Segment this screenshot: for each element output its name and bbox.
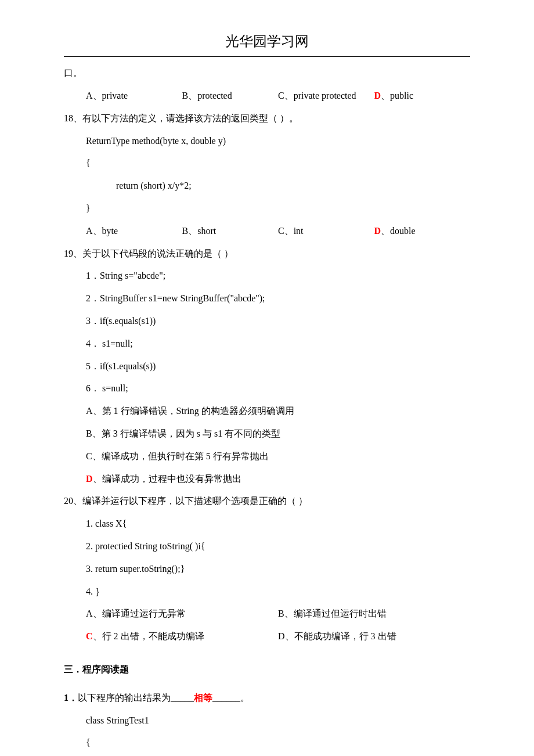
- q19-option-c: C、编译成功，但执行时在第 5 行有异常抛出: [64, 448, 470, 465]
- p1-answer: 相等: [194, 693, 212, 703]
- q18-code-3: return (short) x/y*2;: [64, 178, 470, 195]
- q20-code-3: 3. return super.toString();}: [64, 561, 470, 578]
- q19-code-5: 5．if(s1.equals(s)): [64, 358, 470, 375]
- q17-option-a: A、private: [86, 88, 182, 105]
- q20-code-4: 4. ｝: [64, 584, 470, 600]
- fragment-end: 口。: [64, 65, 470, 82]
- q19-code-1: 1．String s="abcde";: [64, 268, 470, 285]
- page-content: 光华园学习网 口。 A、private B、protected C、privat…: [0, 0, 534, 756]
- q18-option-a: A、byte: [86, 223, 182, 240]
- section3-title: 三．程序阅读题: [64, 661, 470, 678]
- q18-code-1: ReturnType method(byte x, double y): [64, 133, 470, 150]
- q17-d-label: D: [374, 91, 381, 100]
- q18-prompt: 18、有以下方法的定义，请选择该方法的返回类型（ ）。: [64, 110, 470, 127]
- q19-option-d: D、编译成功，过程中也没有异常抛出: [64, 471, 470, 488]
- page-title: 光华园学习网: [64, 29, 470, 54]
- q19-option-a: A、第 1 行编译错误，String 的构造器必须明确调用: [64, 403, 470, 420]
- q17-options: A、private B、protected C、private protecte…: [64, 88, 470, 105]
- q19-code-4: 4． s1=null;: [64, 336, 470, 352]
- p1-prompt: 1．以下程序的输出结果为_____相等______。: [64, 690, 470, 707]
- q20-option-b: B、编译通过但运行时出错: [278, 606, 470, 622]
- p1-suffix: ______。: [212, 693, 250, 703]
- q19-d-text: 、编译成功，过程中也没有异常抛出: [93, 474, 241, 484]
- document-body: 口。 A、private B、protected C、private prote…: [64, 65, 470, 756]
- q18-option-c: C、int: [278, 223, 374, 240]
- q18-d-label: D: [374, 226, 381, 236]
- q17-option-b: B、protected: [182, 88, 279, 105]
- q19-option-b: B、第 3 行编译错误，因为 s 与 s1 有不同的类型: [64, 426, 470, 442]
- q20-code-1: 1. class X{: [64, 516, 470, 532]
- q20-option-c: C、行 2 出错，不能成功编译: [86, 628, 278, 645]
- q17-d-text: 、public: [381, 91, 413, 100]
- q19-code-3: 3．if(s.equals(s1)): [64, 313, 470, 330]
- q20-options-row2: C、行 2 出错，不能成功编译 D、不能成功编译，行 3 出错: [64, 628, 470, 645]
- q20-prompt: 20、编译并运行以下程序，以下描述哪个选项是正确的（ ）: [64, 493, 470, 510]
- header-divider: [64, 56, 470, 57]
- q19-code-6: 6． s=null;: [64, 380, 470, 397]
- q17-option-c: C、private protected: [278, 88, 374, 105]
- q18-options: A、byte B、short C、int D、double: [64, 223, 470, 240]
- q19-code-2: 2．StringBuffer s1=new StringBuffer("abcd…: [64, 290, 470, 307]
- q20-c-text: 、行 2 出错，不能成功编译: [93, 631, 204, 641]
- q18-code-2: {: [64, 155, 470, 172]
- p1-prefix: 以下程序的输出结果为_____: [78, 693, 194, 703]
- q19-prompt: 19、关于以下代码段的说法正确的是（ ）: [64, 246, 470, 262]
- p1-code-1: class StringTest1: [64, 712, 470, 729]
- p1-num: 1．: [64, 693, 78, 703]
- q18-code-4: }: [64, 200, 470, 217]
- q20-code-2: 2. protectied String toString( )i{: [64, 538, 470, 555]
- q20-c-label: C: [86, 631, 93, 641]
- p1-code-2: {: [64, 735, 470, 751]
- q18-option-b: B、short: [182, 223, 279, 240]
- q18-option-d: D、double: [374, 223, 471, 240]
- q20-option-d: D、不能成功编译，行 3 出错: [278, 628, 470, 645]
- q19-d-label: D: [86, 474, 93, 484]
- q20-option-a: A、编译通过运行无异常: [86, 606, 278, 622]
- q20-options-row1: A、编译通过运行无异常 B、编译通过但运行时出错: [64, 606, 470, 622]
- q18-d-text: 、double: [381, 226, 416, 236]
- q17-option-d: D、public: [374, 88, 471, 105]
